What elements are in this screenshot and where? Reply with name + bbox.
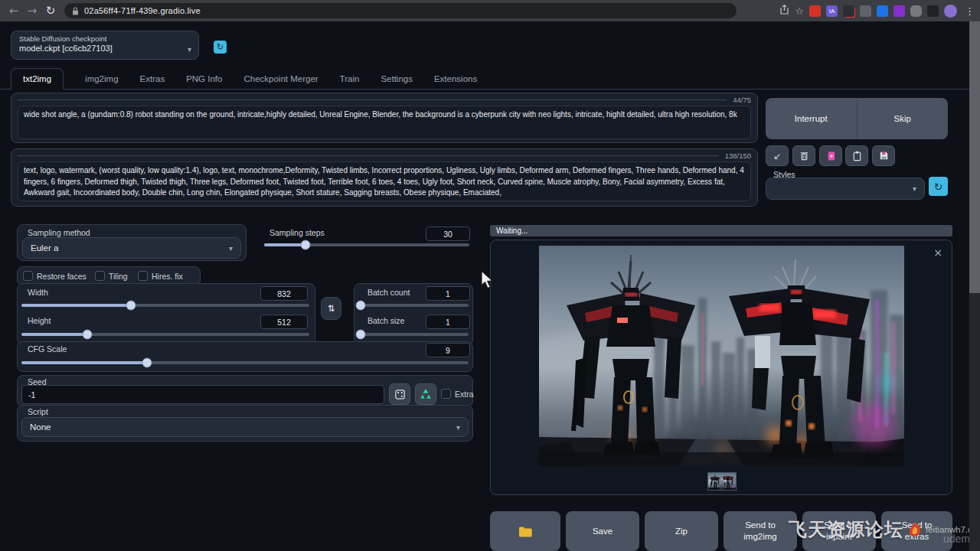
extension-icon-gray[interactable] (860, 5, 871, 17)
floppy-icon (878, 150, 890, 161)
save-style-button[interactable] (872, 145, 895, 166)
prompt-textarea[interactable]: wide shot angle, a (gundam:0.8) robot st… (18, 106, 751, 139)
batch-count-slider[interactable] (358, 301, 469, 310)
tab-txt2img[interactable]: txt2img (11, 68, 64, 90)
checkbox-icon[interactable] (23, 271, 33, 281)
forward-icon[interactable]: → (23, 4, 41, 18)
browser-toolbar: ← → ↻ 02a56ff4-71ff-439e.gradio.live ☆ I… (0, 0, 980, 21)
sampling-method-dropdown[interactable]: Euler a ▾ (22, 237, 241, 259)
refresh-icon[interactable]: ↻ (41, 4, 60, 18)
extension-icon-blue[interactable] (877, 5, 888, 17)
styles-refresh-button[interactable]: ↻ (929, 177, 948, 196)
send-to-inpaint-button[interactable]: Send to inpaint (802, 511, 876, 551)
extension-icon-red[interactable] (809, 5, 821, 17)
save-button[interactable]: Save (566, 511, 639, 551)
zip-button[interactable]: Zip (645, 511, 718, 551)
height-slider[interactable] (21, 330, 309, 339)
height-input[interactable]: 512 (260, 315, 308, 329)
slider-handle[interactable] (83, 330, 93, 340)
slider-handle[interactable] (300, 240, 310, 250)
width-slider[interactable] (21, 301, 309, 310)
skip-button[interactable]: Skip (858, 98, 949, 139)
back-icon[interactable]: ← (5, 4, 23, 18)
batch-size-slider[interactable] (358, 330, 469, 339)
generated-image[interactable] (539, 246, 904, 466)
send-to-extras-button[interactable]: Send to extras (881, 511, 952, 551)
bookmark-star-icon[interactable]: ☆ (795, 5, 804, 17)
chevron-down-icon: ▾ (456, 423, 460, 432)
random-seed-button[interactable] (389, 383, 410, 405)
sampling-method-label: Sampling method (28, 228, 90, 237)
batch-count-input[interactable]: 1 (426, 286, 470, 301)
slider-handle[interactable] (142, 358, 152, 368)
tab-extensions[interactable]: Extensions (434, 69, 477, 89)
styles-dropdown[interactable]: ▾ (766, 178, 925, 200)
tab-extras[interactable]: Extras (140, 69, 165, 89)
trash-icon (799, 150, 810, 161)
extensions-puzzle-icon[interactable] (910, 5, 922, 17)
cfg-scale-input[interactable]: 9 (426, 343, 470, 357)
extra-networks-button[interactable] (819, 145, 842, 166)
paste-prompt-button[interactable]: ↙ (766, 145, 789, 166)
height-label: Height (28, 316, 51, 325)
sampling-steps-input[interactable]: 30 (426, 227, 470, 241)
generate-button-group: Interrupt Skip (766, 98, 948, 139)
cfg-scale-slider[interactable] (21, 358, 469, 367)
browser-menu-icon[interactable]: ⋮ (962, 5, 977, 17)
chevron-down-icon: ▾ (229, 244, 233, 253)
slider-handle[interactable] (355, 330, 365, 340)
gallery-thumbnail[interactable] (707, 472, 737, 491)
script-value: None (30, 422, 51, 432)
tab-train[interactable]: Train (340, 69, 360, 89)
dice-icon (394, 389, 406, 400)
tab-checkpoint-merger[interactable]: Checkpoint Merger (243, 69, 318, 89)
tiling-checkbox[interactable]: Tiling (95, 271, 128, 281)
clear-prompt-button[interactable] (792, 145, 815, 166)
width-input[interactable]: 832 (260, 286, 308, 301)
reuse-seed-button[interactable] (415, 383, 436, 405)
tab-png-info[interactable]: PNG Info (186, 69, 222, 89)
checkpoint-dropdown[interactable]: Stable Diffusion checkpoint model.ckpt [… (11, 31, 199, 60)
chevron-down-icon: ▾ (188, 45, 191, 54)
share-icon[interactable] (779, 4, 789, 18)
checkbox-icon[interactable] (138, 271, 148, 281)
tab-img2img[interactable]: img2img (85, 69, 118, 89)
stable-diffusion-webui: ← → ↻ 02a56ff4-71ff-439e.gradio.live ☆ I… (0, 0, 980, 551)
batch-size-input[interactable]: 1 (426, 315, 470, 329)
tiling-label: Tiling (109, 272, 128, 281)
open-folder-button[interactable] (490, 511, 560, 551)
extension-icon-darker[interactable] (927, 5, 939, 17)
checkbox-icon[interactable] (441, 389, 451, 399)
output-gallery-panel: × (490, 240, 952, 495)
checkpoint-refresh-button[interactable]: ↻ (214, 41, 227, 54)
apply-styles-button[interactable] (845, 145, 868, 166)
slider-handle[interactable] (126, 301, 136, 311)
status-text: Waiting... (496, 227, 528, 235)
negative-prompt-textarea[interactable]: text, logo, watermark, (worst quality, l… (18, 161, 751, 201)
seed-input[interactable]: -1 (21, 385, 384, 404)
extra-seed-checkbox[interactable]: Extra (441, 389, 474, 399)
restore-faces-checkbox[interactable]: Restore faces (23, 271, 87, 281)
checkbox-icon[interactable] (95, 271, 105, 281)
send-to-img2img-button[interactable]: Send to img2img (724, 511, 797, 551)
thumbnail-image (708, 473, 736, 490)
close-icon[interactable]: × (933, 246, 942, 259)
extension-icon-dark-badge[interactable] (843, 5, 854, 17)
interrupt-button[interactable]: Interrupt (766, 98, 858, 139)
scrollbar-thumb[interactable] (969, 21, 980, 293)
swap-dimensions-button[interactable]: ⇅ (321, 297, 341, 320)
restore-faces-label: Restore faces (37, 272, 87, 281)
extension-icon-ia[interactable]: IA (826, 5, 838, 17)
sampling-steps-slider[interactable] (264, 240, 469, 249)
cfg-scale-label: CFG Scale (28, 344, 67, 354)
browser-profile-avatar[interactable] (944, 5, 957, 18)
extension-icon-purple[interactable] (893, 5, 905, 17)
tab-settings[interactable]: Settings (381, 69, 413, 89)
paste-arrow-icon: ↙ (773, 151, 781, 161)
hires-fix-checkbox[interactable]: Hires. fix (138, 271, 183, 281)
hires-fix-label: Hires. fix (152, 272, 183, 281)
url-bar[interactable]: 02a56ff4-71ff-439e.gradio.live (64, 3, 737, 18)
slider-handle[interactable] (355, 301, 365, 311)
lock-icon (72, 7, 79, 15)
script-dropdown[interactable]: None ▾ (21, 417, 469, 437)
